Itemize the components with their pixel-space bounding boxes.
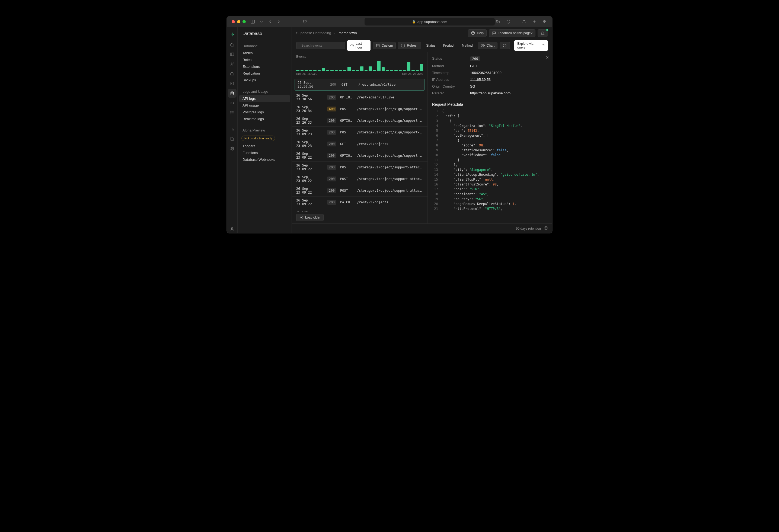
chart-bar[interactable]	[416, 70, 419, 71]
sidebar-item-database-webhooks[interactable]: Database Webhooks	[238, 156, 292, 163]
new-tab-icon[interactable]	[532, 19, 537, 24]
chart-toggle[interactable]: Chart	[478, 42, 497, 49]
log-row[interactable]: 26 Sep, 23:26:34400POST/storage/v1/objec…	[292, 103, 427, 115]
breadcrumb-project[interactable]: meme.town	[339, 31, 357, 35]
chart-bar[interactable]	[309, 70, 312, 71]
chart-bar[interactable]	[403, 70, 406, 71]
notifications-button[interactable]	[538, 29, 548, 37]
sidebar-item-realtime-logs[interactable]: Realtime logs	[238, 116, 292, 122]
sidebar-item-tables[interactable]: Tables	[238, 50, 292, 56]
chart-bar[interactable]	[335, 70, 338, 71]
status-filter[interactable]: Status	[423, 42, 438, 49]
nav-account-icon[interactable]	[228, 224, 237, 233]
chevron-down-icon[interactable]	[259, 19, 264, 24]
chart-bar[interactable]	[301, 70, 304, 71]
log-row[interactable]: 26 Sep, 23:09:22200POST/storage/v1/objec…	[292, 161, 427, 173]
sidebar-item-replication[interactable]: Replication	[238, 70, 292, 77]
chart-bar[interactable]	[343, 70, 346, 71]
chart-bar[interactable]	[352, 70, 355, 71]
log-row[interactable]: 26 Sep, 23:30:56200OPTIO…/rest-admin/v1/…	[292, 92, 427, 103]
chart-bar[interactable]	[390, 70, 393, 71]
search-input[interactable]	[296, 42, 345, 49]
sidebar-item-api-logs[interactable]: API logs	[239, 95, 290, 102]
tabs-icon[interactable]	[542, 19, 547, 24]
minimize-window-button[interactable]	[237, 20, 240, 23]
nav-storage-icon[interactable]	[228, 69, 237, 78]
chart-bar[interactable]	[356, 70, 359, 71]
request-metadata-code[interactable]: 1{2 "cf": [3 {4 "asOrganization": "SingT…	[428, 109, 552, 223]
product-filter[interactable]: Product	[440, 42, 457, 49]
nav-list-icon[interactable]	[228, 109, 237, 117]
sidebar-item-extensions[interactable]: Extensions	[238, 63, 292, 70]
log-row[interactable]: 26 Sep, 23:09:22200OPTIO…/storage/v1/obj…	[292, 150, 427, 161]
sync-button[interactable]	[500, 42, 510, 49]
sidebar-item-functions[interactable]: Functions	[238, 149, 292, 156]
nav-home-icon[interactable]	[228, 40, 237, 49]
help-icon[interactable]	[544, 226, 548, 231]
sidebar-toggle-icon[interactable]	[250, 19, 255, 24]
chart-bar[interactable]	[369, 66, 372, 71]
sidebar-item-backups[interactable]: Backups	[238, 77, 292, 83]
log-row[interactable]: 26 Sep, 23:09:22200POST/storage/v1/objec…	[292, 173, 427, 185]
last-hour-button[interactable]: Last hour	[347, 40, 370, 51]
load-older-button[interactable]: Load older	[296, 214, 323, 221]
sidebar-item-postgres-logs[interactable]: Postgres logs	[238, 109, 292, 116]
translate-icon[interactable]	[495, 19, 501, 24]
brand-logo[interactable]	[228, 30, 237, 39]
chart-bar[interactable]	[373, 70, 376, 71]
chart-bar[interactable]	[420, 64, 423, 71]
log-row[interactable]: 26 Sep, 23:09:22200PATCH/rest/v1/objects	[292, 197, 427, 208]
reload-icon[interactable]	[505, 19, 511, 24]
chart-bar[interactable]	[305, 70, 308, 71]
share-icon[interactable]	[521, 19, 527, 24]
chart-bar[interactable]	[360, 66, 363, 71]
shield-icon[interactable]	[302, 19, 308, 24]
chart-bar[interactable]	[331, 70, 334, 71]
nav-api-icon[interactable]	[228, 99, 237, 108]
chart-bar[interactable]	[318, 70, 321, 71]
nav-reports-icon[interactable]	[228, 125, 237, 133]
chart-bar[interactable]	[326, 70, 329, 71]
forward-button[interactable]	[276, 19, 282, 24]
chart-bar[interactable]	[386, 70, 389, 71]
chart-bar[interactable]	[412, 70, 415, 71]
close-detail-button[interactable]: ✕	[546, 55, 549, 60]
log-row[interactable]: 26 Sep, 23:26:33200OPTIO…/storage/v1/obj…	[292, 115, 427, 127]
method-filter[interactable]: Method	[459, 42, 476, 49]
back-button[interactable]	[267, 19, 273, 24]
chart-bar[interactable]	[313, 70, 316, 71]
chart-bar[interactable]	[407, 62, 410, 71]
chart-bar[interactable]	[348, 67, 351, 71]
refresh-button[interactable]: Refresh	[398, 42, 421, 49]
chart-bar[interactable]	[322, 68, 325, 71]
nav-settings-icon[interactable]	[228, 144, 237, 153]
custom-range-button[interactable]: Custom	[373, 42, 396, 49]
nav-docs-icon[interactable]	[228, 134, 237, 143]
sidebar-item-triggers[interactable]: Triggers	[238, 143, 292, 149]
log-row[interactable]: 26 Sep, 23:09:23200POST/storage/v1/objec…	[292, 127, 427, 138]
close-window-button[interactable]	[232, 20, 235, 23]
feedback-button[interactable]: Feedback on this page?	[489, 29, 535, 37]
chart-bar[interactable]	[339, 70, 342, 71]
chart-bar[interactable]	[377, 61, 380, 71]
help-button[interactable]: Help	[468, 29, 487, 37]
explore-query-button[interactable]: Explore via query	[514, 40, 548, 51]
chart-bar[interactable]	[296, 70, 299, 71]
chart-bars[interactable]	[296, 60, 423, 71]
chart-bar[interactable]	[395, 70, 398, 71]
nav-tables-icon[interactable]	[228, 50, 237, 59]
nav-database-icon[interactable]	[228, 89, 237, 97]
log-row[interactable]: 26 Sep, 23:09:22200POST/storage/v1/objec…	[292, 185, 427, 197]
breadcrumb-org[interactable]: Supabase Dogfooding	[296, 31, 331, 35]
sidebar-item-roles[interactable]: Roles	[238, 56, 292, 63]
chart-bar[interactable]	[365, 70, 368, 71]
log-row[interactable]: 26 Sep, 23:09:23200GET/rest/v1/objects	[292, 138, 427, 150]
sidebar-item-api-usage[interactable]: API usage	[238, 102, 292, 109]
log-table[interactable]: 26 Sep, 23:30:56200GET/rest-admin/v1/liv…	[292, 77, 427, 211]
nav-edge-icon[interactable]	[228, 79, 237, 88]
chart-bar[interactable]	[382, 67, 385, 71]
url-bar[interactable]: 🔒 app.supabase.com	[365, 18, 495, 25]
log-row[interactable]: 26 Sep, 23:09:22200PATCH/rest/v1/objects	[292, 208, 427, 211]
log-row[interactable]: 26 Sep, 23:30:56200GET/rest-admin/v1/liv…	[295, 79, 425, 90]
chart-bar[interactable]	[399, 70, 402, 71]
